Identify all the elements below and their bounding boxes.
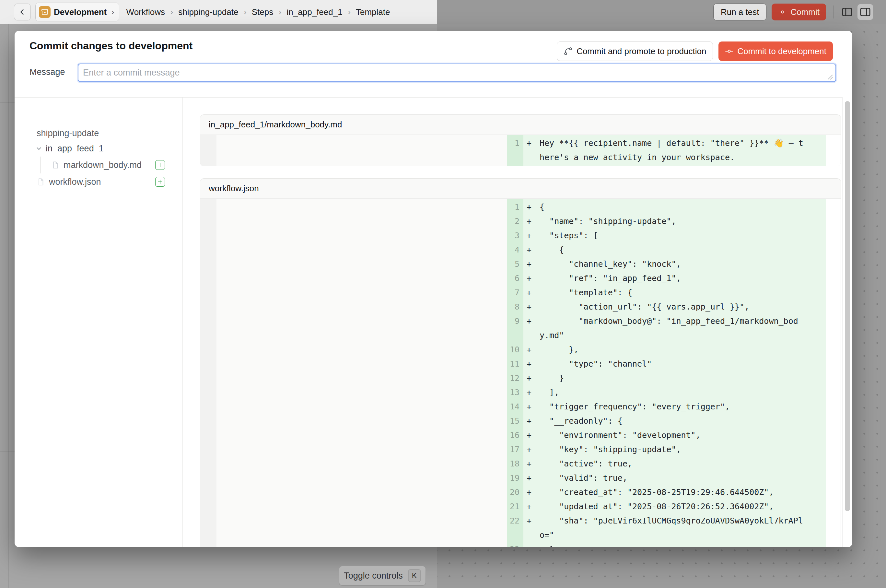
environment-name: Development [54, 7, 106, 17]
diff-right-gutter [826, 314, 841, 343]
breadcrumb-item[interactable]: Template › [356, 7, 390, 17]
diff-old-content [216, 286, 507, 300]
diff-line-number: 14 [507, 400, 523, 414]
diff-line-number: 7 [507, 286, 523, 300]
diff-line: 9 + "markdown_body@": "in_app_feed_1/mar… [200, 314, 841, 343]
diff-line: 10 + }, [200, 343, 841, 357]
diff-right-gutter [826, 485, 841, 500]
diff-old-content [216, 442, 507, 457]
diff-add-sign: + [523, 542, 540, 547]
diff-line-text: } [540, 371, 808, 386]
diff-line-number: 15 [507, 414, 523, 428]
diff-right-gutter [826, 257, 841, 271]
environment-selector[interactable]: Development › [35, 3, 119, 21]
diff-line: 4 + { [200, 243, 841, 257]
commit-to-development-button[interactable]: Commit to development [718, 42, 833, 61]
background-panel-line [0, 102, 15, 103]
diff-card-markdown-body: in_app_feed_1/markdown_body.md 1 +Hey **… [200, 114, 841, 166]
tree-file-markdown-body[interactable]: markdown_body.md [51, 156, 165, 173]
diff-line-text: "ref": "in_app_feed_1", [540, 271, 808, 286]
diff-new-content: + "key": "shipping-update", [523, 442, 826, 457]
modal-actions: Commit and promote to production Commit … [557, 42, 833, 61]
diff-add-sign: + [523, 243, 540, 257]
diff-add-sign: + [523, 357, 540, 371]
diff-old-gutter [200, 228, 216, 243]
diff-old-gutter [200, 200, 216, 214]
chevron-left-icon [18, 8, 27, 16]
diff-line-number: 22 [507, 514, 523, 542]
run-a-test-button[interactable]: Run a test [713, 4, 767, 20]
diff-old-content [216, 243, 507, 257]
added-file-badge [155, 160, 165, 170]
diff-old-content [216, 136, 507, 165]
diff-old-gutter [200, 485, 216, 500]
diff-right-gutter [826, 343, 841, 357]
diff-line-number: 12 [507, 371, 523, 386]
diff-right-gutter [826, 271, 841, 286]
diff-new-content: + "type": "channel" [523, 357, 826, 371]
diff-line-number: 1 [507, 200, 523, 214]
diff-line: 19 + "valid": true, [200, 471, 841, 485]
diff-add-sign: + [523, 485, 540, 500]
diff-add-sign: + [523, 286, 540, 300]
breadcrumb-item[interactable]: in_app_feed_1 › [287, 7, 356, 17]
textarea-resize-grip[interactable] [827, 74, 834, 81]
diff-right-gutter [826, 514, 841, 542]
tree-step-in-app-feed[interactable]: in_app_feed_1 [34, 140, 165, 156]
diff-new-content: + "valid": true, [523, 471, 826, 485]
diff-right-gutter [826, 386, 841, 400]
diff-line-number: 20 [507, 485, 523, 500]
commit-button-topbar[interactable]: Commit [772, 4, 826, 20]
tree-file-workflow-json[interactable]: workflow.json [37, 173, 165, 190]
diff-line: 15 + "__readonly": { [200, 414, 841, 428]
diff-line-text: "__readonly": { [540, 414, 808, 428]
diff-line-number: 2 [507, 214, 523, 228]
breadcrumb-item[interactable]: shipping-update › [178, 7, 252, 17]
diff-line: 3 + "steps": [ [200, 228, 841, 243]
diff-old-gutter [200, 286, 216, 300]
commit-and-promote-button[interactable]: Commit and promote to production [557, 42, 713, 61]
diff-old-gutter [200, 343, 216, 357]
diff-right-gutter [826, 457, 841, 471]
diff-line: 1 +Hey **{{ recipient.name | default: "t… [200, 136, 841, 165]
diff-line-text: "updated_at": "2025-08-26T20:26:52.36400… [540, 500, 808, 514]
diff-add-sign: + [523, 200, 540, 214]
modal-scrollbar-thumb[interactable] [845, 101, 850, 511]
diff-filename: workflow.json [209, 183, 259, 193]
back-button[interactable] [14, 4, 31, 20]
diff-line: 16 + "environment": "development", [200, 428, 841, 442]
modal-scrollbar-track[interactable] [842, 97, 852, 547]
diff-body: 1 +Hey **{{ recipient.name | default: "t… [200, 135, 841, 166]
diff-line-number: 4 [507, 243, 523, 257]
diff-add-sign: + [523, 343, 540, 357]
diff-new-content: + "template": { [523, 286, 826, 300]
diff-old-content [216, 257, 507, 271]
changed-files-tree: shipping-update in_app_feed_1 markdown_b… [15, 98, 183, 547]
toggle-right-panel-button[interactable] [858, 4, 873, 20]
toggle-controls-button[interactable]: Toggle controls K [339, 566, 426, 586]
diff-old-content [216, 386, 507, 400]
diff-line-text: "environment": "development", [540, 428, 808, 442]
diff-line-text: "steps": [ [540, 228, 808, 243]
diff-file-header: workflow.json [200, 178, 841, 199]
diff-add-sign: + [523, 214, 540, 228]
diff-right-gutter [826, 357, 841, 371]
topbar-actions: Run a test Commit [437, 0, 886, 24]
chevron-right-icon: › [111, 7, 114, 17]
diff-new-content: + }, [523, 343, 826, 357]
diff-line: 20 + "created_at": "2025-08-25T19:29:46.… [200, 485, 841, 500]
commit-message-input[interactable] [78, 63, 836, 82]
diff-line: 7 + "template": { [200, 286, 841, 300]
breadcrumb-item[interactable]: Steps › [252, 7, 287, 17]
diff-line-number: 5 [507, 257, 523, 271]
diff-right-gutter [826, 228, 841, 243]
diff-old-content [216, 343, 507, 357]
diff-line-number: 21 [507, 500, 523, 514]
diff-new-content: + "environment": "development", [523, 428, 826, 442]
breadcrumb-item[interactable]: Workflows › [126, 7, 178, 17]
toggle-left-panel-button[interactable] [840, 4, 855, 20]
diff-old-content [216, 228, 507, 243]
diff-old-gutter [200, 243, 216, 257]
diff-old-gutter [200, 371, 216, 386]
diff-line: 14 + "trigger_frequency": "every_trigger… [200, 400, 841, 414]
